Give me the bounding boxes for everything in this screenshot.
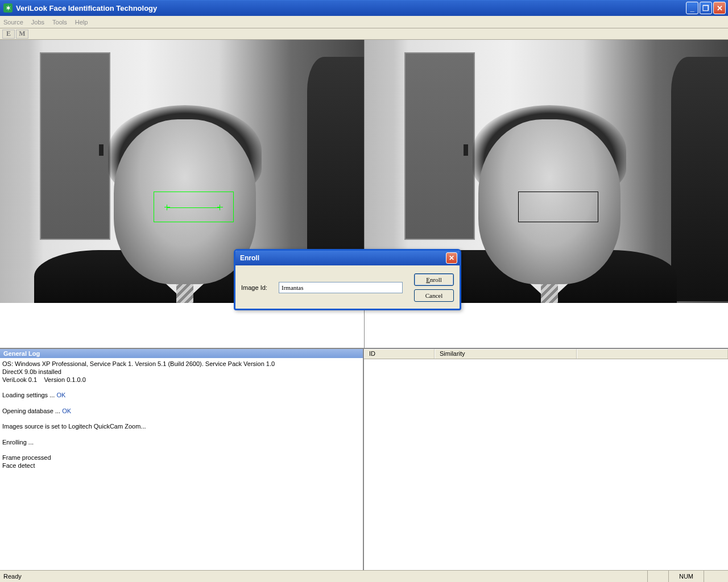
status-num: NUM — [668, 571, 704, 582]
status-ready: Ready — [3, 573, 22, 580]
close-button[interactable]: ✕ — [713, 2, 726, 14]
enroll-button-rest: nroll — [430, 276, 442, 283]
results-col-blank — [577, 349, 728, 359]
minimize-button[interactable]: _ — [686, 2, 698, 14]
results-col-similarity[interactable]: Similarity — [435, 349, 577, 359]
results-header: ID Similarity — [364, 349, 728, 359]
log-panel: General Log OS: Windows XP Professional,… — [0, 349, 364, 570]
results-col-id[interactable]: ID — [364, 349, 435, 359]
menu-source[interactable]: Source — [3, 19, 23, 26]
window-title: VeriLook Face Identification Technology — [16, 4, 686, 13]
enroll-dialog-close-button[interactable]: ✕ — [446, 252, 457, 264]
enroll-dialog-title: Enroll — [240, 254, 446, 262]
enroll-button[interactable]: Enroll — [414, 273, 454, 286]
enroll-dialog-titlebar[interactable]: Enroll ✕ — [235, 251, 460, 265]
statusbar: Ready NUM — [0, 570, 728, 582]
status-blank1 — [647, 571, 668, 582]
log-header: General Log — [0, 349, 363, 358]
menu-jobs[interactable]: Jobs — [31, 19, 44, 26]
toolbar-match-button[interactable]: M — [16, 30, 28, 39]
results-panel: ID Similarity — [364, 349, 728, 570]
menu-help[interactable]: Help — [75, 19, 88, 26]
status-blank2 — [704, 571, 725, 582]
window-titlebar: ✶ VeriLook Face Identification Technolog… — [0, 0, 728, 16]
results-body[interactable] — [364, 359, 728, 570]
menubar: Source Jobs Tools Help — [0, 16, 728, 28]
enroll-dialog: Enroll ✕ Image Id: Enroll Cancel — [234, 249, 461, 310]
app-icon: ✶ — [3, 3, 13, 13]
menu-tools[interactable]: Tools — [52, 19, 67, 26]
face-detection-box-left — [154, 192, 234, 222]
image-id-input[interactable] — [279, 282, 403, 293]
log-body[interactable]: OS: Windows XP Professional, Service Pac… — [0, 358, 363, 472]
bottom-panels: General Log OS: Windows XP Professional,… — [0, 348, 728, 570]
cancel-button[interactable]: Cancel — [414, 289, 454, 302]
toolbar: E M — [0, 28, 728, 40]
image-id-label: Image Id: — [241, 284, 273, 291]
maximize-button[interactable]: ❐ — [700, 2, 712, 14]
toolbar-enroll-button[interactable]: E — [2, 30, 15, 39]
face-detection-box-right — [518, 192, 598, 222]
